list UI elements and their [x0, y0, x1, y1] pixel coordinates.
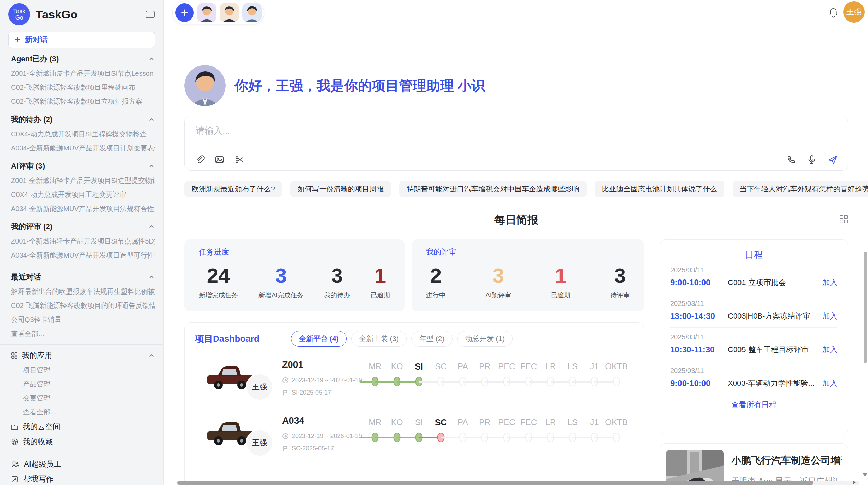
scroll-right-arrow-icon[interactable] [853, 480, 856, 484]
milestone: SC [430, 359, 452, 389]
event-time: 9:00-10:00 [670, 378, 728, 388]
list-item[interactable]: 解释最新出台的欧盟报废车法规再生塑料比例被调至15%... [8, 285, 155, 299]
milestone: FEC [518, 415, 540, 445]
suggestion-chip[interactable]: 欧洲新规最近颁布了什么? [184, 181, 282, 197]
new-chat-button[interactable]: 新对话 [8, 32, 155, 48]
list-item[interactable]: A034-全新新能源MUV产品开发项目造型可行性评审 [8, 248, 155, 262]
chat-input-card [184, 116, 848, 171]
layout-grid-icon[interactable] [839, 215, 848, 224]
suggestion-chip[interactable]: 当下年轻人对汽车外观有怎样的喜好趋势 [733, 181, 868, 197]
chevron-up-icon[interactable] [148, 223, 155, 230]
suggestion-chip[interactable]: 特朗普可能对进口汽车增税会对中国车企造成哪些影响 [399, 181, 587, 197]
sidebar-collapse-icon[interactable] [145, 10, 155, 19]
sidebar-item-my-apps[interactable]: 我的应用 [8, 348, 155, 363]
section-ai-review[interactable]: AI评审 (3) [8, 159, 155, 174]
session-avatar-3[interactable] [242, 3, 262, 22]
view-all-apps[interactable]: 查看全部... [8, 405, 155, 419]
sidebar-item-ai-super-staff[interactable]: AI超级员工 [8, 457, 155, 472]
milestone: KO [386, 359, 408, 389]
join-link[interactable]: 加入 [822, 277, 837, 288]
tab-powertrain-dev[interactable]: 动总开发 (1) [457, 331, 513, 347]
milestone: SC [430, 415, 452, 445]
project-row[interactable]: 王强 A034 2023-12-19 ~ 2026-01-19 SC-2025-… [195, 415, 644, 471]
chevron-up-icon[interactable] [148, 116, 155, 123]
milestone-node [613, 377, 620, 386]
project-row[interactable]: 王强 Z001 2023-12-19 ~ 2027-01-19 SI-2025-… [195, 359, 644, 415]
list-item[interactable]: C0X4-动力总成开发项目SI里程碑提交物检查 [8, 127, 155, 141]
section-agent-done[interactable]: Agent已办 (3) [8, 51, 155, 66]
star-badge-icon [11, 438, 19, 446]
view-all-recent[interactable]: 查看全部... [8, 327, 155, 341]
scissors-icon[interactable] [234, 154, 244, 165]
flag-icon [282, 445, 289, 452]
list-item[interactable]: Z001-全新燃油轻卡产品开发项目SI造型提交物评审 [8, 174, 155, 188]
join-link[interactable]: 加入 [822, 378, 837, 388]
metric-label: 新增完成任务 [199, 291, 238, 300]
milestone-label: LS [562, 359, 583, 374]
send-icon[interactable] [827, 154, 838, 165]
write-doc-icon [11, 475, 19, 483]
schedule-event: 2025/03/11 10:30-11:30 C005-整车工程目标评审 加入 [670, 328, 837, 361]
chevron-up-icon[interactable] [148, 352, 155, 359]
news-card[interactable]: 小鹏飞行汽车制造公司增资 天眼查 App 显示，近日广州汇天飞行汽... [660, 443, 848, 485]
user-avatar[interactable]: 王强 [843, 1, 865, 23]
sidebar-item-project-mgmt[interactable]: 项目管理 [8, 363, 155, 377]
milestone-label: PA [452, 415, 474, 430]
logo-text-top: Task [13, 8, 25, 14]
scroll-down-arrow-icon[interactable] [862, 473, 868, 476]
list-item[interactable]: Z001-全新燃油轻卡产品开发项目SI节点属性5D文件评审 [8, 234, 155, 248]
greeting-text: 你好，王强，我是你的项目管理助理 小识 [234, 76, 485, 95]
join-link[interactable]: 加入 [822, 311, 837, 321]
chevron-up-icon[interactable] [148, 274, 155, 281]
session-avatar-2[interactable] [220, 3, 239, 22]
metric: 3新增AI完成任务 [258, 259, 304, 300]
list-item[interactable]: A034-全新新能源MUV产品开发项目计划变更表编写 [8, 141, 155, 155]
suggestion-chip[interactable]: 如何写一份清晰的项目周报 [290, 181, 391, 197]
new-session-button[interactable]: + [175, 3, 194, 22]
list-item[interactable]: C02-飞腾新能源轻客改款项目的闭环通告反馈情况 [8, 299, 155, 313]
list-item[interactable]: A034-全新新能源MUV产品开发项目法规符合性评审 [8, 202, 155, 216]
tab-platform-new[interactable]: 全新平台 (4) [291, 331, 347, 347]
news-image [666, 450, 724, 485]
session-avatar-1[interactable] [197, 3, 216, 22]
event-time: 13:00-14:30 [670, 311, 728, 321]
list-item[interactable]: 公司Q3轻卡销量 [8, 313, 155, 327]
tab-upfit-new[interactable]: 全新上装 (3) [351, 331, 407, 347]
horizontal-scrollbar[interactable] [177, 481, 859, 485]
sidebar-item-help-me-write[interactable]: 帮我写作 [8, 472, 155, 485]
section-recent-chats[interactable]: 最近对话 [8, 270, 155, 285]
list-item[interactable]: C02-飞腾新能源轻客改款项目立项汇报方案 [8, 95, 155, 109]
chat-input[interactable] [195, 125, 676, 136]
section-my-todo[interactable]: 我的待办 (2) [8, 112, 155, 127]
list-item[interactable]: C0X4-动力总成开发项目工程变更评审 [8, 188, 155, 202]
milestone: LS [562, 415, 583, 445]
join-link[interactable]: 加入 [822, 345, 837, 355]
sidebar-item-cloud-space[interactable]: 我的云空间 [8, 419, 155, 434]
notification-bell-icon[interactable] [828, 7, 839, 18]
tab-model-year[interactable]: 年型 (2) [411, 331, 453, 347]
view-all-schedule-link[interactable]: 查看所有日程 [670, 400, 837, 410]
metric: 1已逾期 [551, 259, 570, 300]
milestone-label: PA [452, 359, 474, 374]
sidebar-item-change-mgmt[interactable]: 变更管理 [8, 391, 155, 405]
suggestion-chip[interactable]: 比亚迪全固态电池计划具体说了什么 [595, 181, 724, 197]
sidebar-item-favorites[interactable]: 我的收藏 [8, 434, 155, 449]
chevron-up-icon[interactable] [148, 55, 155, 62]
divider [0, 344, 163, 345]
chevron-up-icon[interactable] [148, 163, 155, 170]
metric-label: 待评审 [610, 291, 630, 300]
news-title: 小鹏飞行汽车制造公司增资 [731, 454, 842, 468]
section-my-review[interactable]: 我的评审 (2) [8, 219, 155, 234]
phone-icon[interactable] [786, 154, 796, 165]
list-item[interactable]: Z001-全新燃油皮卡产品开发项目SI节点Lesson Learn报告 [8, 66, 155, 80]
event-date: 2025/03/11 [670, 333, 837, 341]
image-icon[interactable] [214, 154, 225, 165]
mic-icon[interactable] [807, 154, 817, 165]
list-item[interactable]: C02-飞腾新能源轻客改款项目里程碑画布 [8, 80, 155, 95]
metric-label: AI预评审 [485, 291, 511, 300]
vertical-scrollbar-thumb[interactable] [864, 252, 867, 363]
paperclip-icon[interactable] [194, 154, 205, 165]
horizontal-scrollbar-thumb[interactable] [177, 481, 813, 485]
sidebar-item-product-mgmt[interactable]: 产品管理 [8, 377, 155, 391]
app-logo: Task Go [8, 3, 30, 25]
